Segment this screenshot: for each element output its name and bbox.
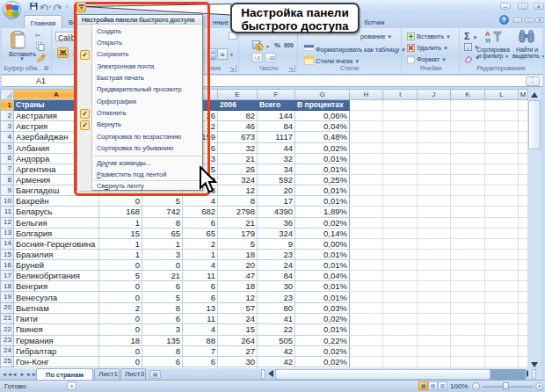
svg-text:Я: Я bbox=[485, 37, 490, 44]
